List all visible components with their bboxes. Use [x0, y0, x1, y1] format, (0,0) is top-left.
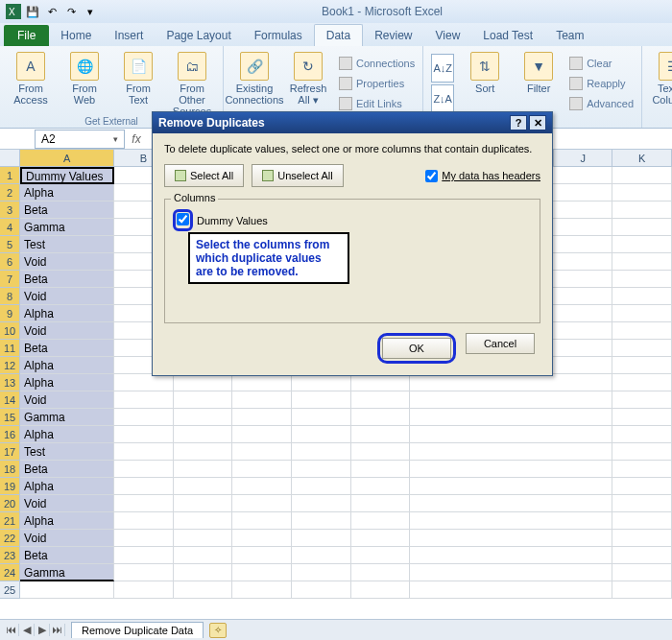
- cell[interactable]: [292, 443, 351, 461]
- cell[interactable]: [612, 322, 672, 340]
- cell[interactable]: [410, 426, 612, 443]
- sheet-nav-first[interactable]: ⏮: [4, 624, 19, 636]
- cell[interactable]: [410, 581, 612, 599]
- connections-link[interactable]: Connections: [339, 54, 415, 73]
- cell[interactable]: [114, 374, 174, 391]
- cell[interactable]: [410, 512, 612, 530]
- cell[interactable]: [114, 461, 174, 478]
- cell[interactable]: Gamma: [20, 219, 114, 236]
- cell[interactable]: [351, 512, 411, 530]
- row-header[interactable]: 1: [0, 167, 20, 184]
- cell[interactable]: [174, 581, 233, 599]
- cell[interactable]: Beta: [20, 201, 114, 219]
- column-item[interactable]: Dummy Values: [173, 205, 532, 231]
- cell[interactable]: Alpha: [20, 478, 114, 495]
- row-header[interactable]: 13: [0, 374, 20, 391]
- cell[interactable]: Alpha: [20, 374, 114, 391]
- sheet-nav-next[interactable]: ▶: [35, 624, 50, 636]
- cell[interactable]: [612, 167, 672, 184]
- cell[interactable]: Gamma: [20, 564, 114, 581]
- cell[interactable]: Void: [20, 322, 114, 340]
- cell[interactable]: [612, 253, 672, 271]
- cell[interactable]: [232, 461, 292, 478]
- cell[interactable]: [351, 426, 411, 443]
- col-header-j[interactable]: J: [554, 150, 613, 167]
- sheet-nav-prev[interactable]: ◀: [19, 624, 35, 636]
- headers-checkbox[interactable]: [425, 170, 438, 182]
- col-header-k[interactable]: K: [612, 150, 672, 167]
- cell[interactable]: [292, 391, 351, 409]
- col-header-a[interactable]: A: [20, 150, 114, 167]
- cell[interactable]: [612, 409, 672, 426]
- cell[interactable]: [612, 340, 672, 357]
- cell[interactable]: Void: [20, 253, 114, 271]
- row-header[interactable]: 24: [0, 564, 20, 581]
- existing-connections-button[interactable]: 🔗ExistingConnections: [231, 50, 277, 113]
- cell[interactable]: [292, 564, 351, 581]
- cell[interactable]: [612, 530, 672, 547]
- cell[interactable]: [351, 443, 411, 461]
- row-header[interactable]: 4: [0, 219, 20, 236]
- undo-icon[interactable]: ↶: [44, 4, 60, 19]
- cell[interactable]: [174, 374, 233, 391]
- tab-insert[interactable]: Insert: [103, 25, 155, 46]
- cell[interactable]: [410, 443, 612, 461]
- properties-link[interactable]: Properties: [339, 74, 415, 93]
- sort-az-button[interactable]: A↓Z: [431, 54, 454, 83]
- refresh-all-button[interactable]: ↻RefreshAll ▾: [285, 50, 331, 113]
- row-header[interactable]: 11: [0, 340, 20, 357]
- cell[interactable]: [612, 201, 672, 219]
- cell[interactable]: [612, 184, 672, 201]
- cell[interactable]: [174, 426, 233, 443]
- cell[interactable]: [232, 530, 292, 547]
- cell[interactable]: [612, 374, 672, 391]
- cell[interactable]: [174, 512, 233, 530]
- row-header[interactable]: 18: [0, 461, 20, 478]
- sheet-tab[interactable]: Remove Duplicate Data: [71, 622, 204, 638]
- dialog-close-button[interactable]: ✕: [529, 115, 546, 130]
- cell[interactable]: Void: [20, 391, 114, 409]
- tab-team[interactable]: Team: [544, 25, 595, 46]
- cell[interactable]: [612, 581, 672, 599]
- qat-more-icon[interactable]: ▾: [83, 4, 98, 19]
- row-header[interactable]: 3: [0, 201, 20, 219]
- filter-button[interactable]: ▼Filter: [516, 50, 562, 113]
- cell[interactable]: [232, 426, 292, 443]
- row-header[interactable]: 5: [0, 236, 20, 253]
- cell[interactable]: [174, 495, 233, 512]
- cell[interactable]: [292, 374, 351, 391]
- new-sheet-button[interactable]: ✧: [209, 623, 227, 638]
- cell[interactable]: [612, 391, 672, 409]
- cell[interactable]: [612, 426, 672, 443]
- cell[interactable]: Alpha: [20, 357, 114, 374]
- cell[interactable]: Void: [20, 530, 114, 547]
- row-header[interactable]: 25: [0, 581, 20, 599]
- cell[interactable]: [20, 581, 114, 599]
- cell[interactable]: [174, 564, 233, 581]
- cell[interactable]: [612, 271, 672, 288]
- row-header[interactable]: 21: [0, 512, 20, 530]
- cell[interactable]: [232, 478, 292, 495]
- row-header[interactable]: 9: [0, 305, 20, 322]
- cell[interactable]: [410, 391, 612, 409]
- cell[interactable]: [410, 478, 612, 495]
- cell[interactable]: [612, 478, 672, 495]
- cell[interactable]: [612, 495, 672, 512]
- column-checkbox[interactable]: [177, 213, 189, 225]
- cell[interactable]: Beta: [20, 547, 114, 564]
- sort-za-button[interactable]: Z↓A: [431, 84, 454, 113]
- cell[interactable]: [232, 581, 292, 599]
- tab-view[interactable]: View: [424, 25, 472, 46]
- cell[interactable]: [174, 547, 233, 564]
- cell[interactable]: Alpha: [20, 305, 114, 322]
- cell[interactable]: [351, 530, 411, 547]
- cell[interactable]: Beta: [20, 271, 114, 288]
- cell[interactable]: [410, 530, 612, 547]
- cell[interactable]: [114, 564, 174, 581]
- cell[interactable]: [292, 495, 351, 512]
- cell[interactable]: [351, 564, 411, 581]
- cancel-button[interactable]: Cancel: [466, 333, 535, 354]
- cell[interactable]: [351, 495, 411, 512]
- cell[interactable]: [292, 512, 351, 530]
- cell[interactable]: [612, 305, 672, 322]
